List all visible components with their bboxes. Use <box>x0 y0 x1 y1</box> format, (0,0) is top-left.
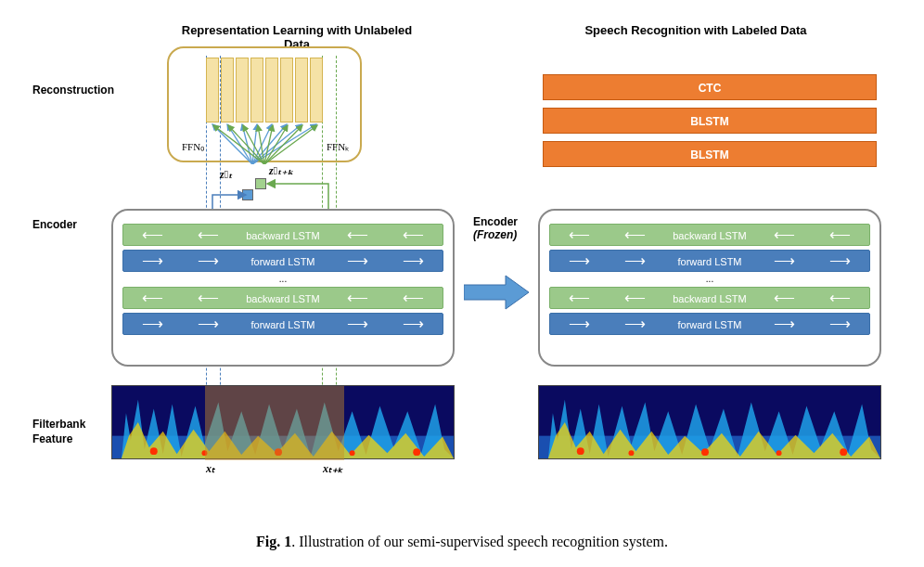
svg-point-26 <box>628 450 634 456</box>
blstm-block: BLSTM <box>543 141 877 167</box>
arrow-left-icon: ⟵ <box>403 224 424 246</box>
forward-lstm-row: ⟶ ⟶ forward LSTM ⟶ ⟶ <box>549 313 870 335</box>
arrow-left-icon: ⟵ <box>829 287 851 309</box>
backward-lstm-row: ⟵ ⟵ backward LSTM ⟵ ⟵ <box>549 224 870 246</box>
arrow-left-icon: ⟵ <box>198 224 219 246</box>
arrow-right-icon: ⟶ <box>403 313 424 335</box>
arrow-left-icon: ⟵ <box>624 224 646 246</box>
arrow-left-icon: ⟵ <box>198 287 219 309</box>
arrow-right-icon: ⟶ <box>569 250 590 272</box>
lstm-label: forward LSTM <box>677 319 741 330</box>
figure-caption: Fig. 1. Illustration of our semi-supervi… <box>0 534 924 550</box>
svg-line-2 <box>242 124 252 164</box>
lstm-label: forward LSTM <box>250 319 314 330</box>
arrow-right-icon: ⟶ <box>774 250 795 272</box>
arrow-left-icon: ⟵ <box>142 287 163 309</box>
arrow-right-icon: ⟶ <box>142 313 163 335</box>
transfer-arrow-icon <box>464 274 529 311</box>
backward-lstm-row: ⟵ ⟵ backward LSTM ⟵ ⟵ <box>122 224 443 246</box>
label-encoder: Encoder <box>32 218 77 231</box>
arrow-left-icon: ⟵ <box>774 287 795 309</box>
spectrogram-right <box>538 385 881 459</box>
ctc-block: CTC <box>543 74 877 100</box>
spectrogram-left <box>111 385 455 459</box>
arrow-right-icon: ⟶ <box>347 313 368 335</box>
hidden-blue-square <box>242 189 253 200</box>
encoder-right: ⟵ ⟵ backward LSTM ⟵ ⟵ ⟶ ⟶ forward LSTM ⟶… <box>538 209 881 367</box>
svg-point-28 <box>776 450 782 456</box>
backward-lstm-row: ⟵ ⟵ backward LSTM ⟵ ⟵ <box>122 287 443 309</box>
dots-row: ... <box>549 276 870 283</box>
z-t-label: z⃗ₜ <box>220 168 233 182</box>
svg-point-29 <box>840 448 847 456</box>
svg-line-1 <box>227 124 252 164</box>
x-t-label: xₜ <box>206 462 215 476</box>
svg-line-15 <box>264 125 317 164</box>
arrow-left-icon: ⟵ <box>347 287 368 309</box>
classifier-stack: CTC BLSTM BLSTM <box>543 74 877 174</box>
arrow-left-icon: ⟵ <box>829 224 851 246</box>
lstm-label: forward LSTM <box>250 256 314 267</box>
lstm-label: backward LSTM <box>246 230 319 241</box>
svg-point-21 <box>350 450 355 456</box>
arrow-right-icon: ⟶ <box>624 313 646 335</box>
arrow-right-icon: ⟶ <box>198 250 219 272</box>
ffn-k-label: FFNₖ <box>327 141 350 153</box>
label-frozen: (Frozen) <box>473 228 517 241</box>
arrow-right-icon: ⟶ <box>829 250 851 272</box>
diagram-container: Representation Learning with Unlabeled D… <box>0 0 924 567</box>
arrow-left-icon: ⟵ <box>347 224 368 246</box>
caption-bold: Fig. 1 <box>256 534 291 549</box>
lstm-label: backward LSTM <box>673 230 746 241</box>
lstm-label: backward LSTM <box>246 293 319 304</box>
lstm-label: forward LSTM <box>677 256 741 267</box>
title-right: Speech Recognition with Labeled Data <box>575 23 816 37</box>
arrow-left-icon: ⟵ <box>774 224 795 246</box>
z-tk-label: z⃖ₜ₊ₖ <box>269 164 293 178</box>
arrow-left-icon: ⟵ <box>142 224 163 246</box>
blstm-block: BLSTM <box>543 108 877 134</box>
lstm-label: backward LSTM <box>673 293 746 304</box>
dots-row: ... <box>122 276 443 283</box>
hidden-green-square <box>255 178 266 189</box>
arrow-right-icon: ⟶ <box>347 250 368 272</box>
forward-lstm-row: ⟶ ⟶ forward LSTM ⟶ ⟶ <box>122 250 443 272</box>
svg-point-22 <box>413 448 420 456</box>
arrow-right-icon: ⟶ <box>142 250 163 272</box>
backward-lstm-row: ⟵ ⟵ backward LSTM ⟵ ⟵ <box>549 287 870 309</box>
arrow-right-icon: ⟶ <box>829 313 851 335</box>
arrow-right-icon: ⟶ <box>403 250 424 272</box>
label-reconstruction: Reconstruction <box>32 84 114 97</box>
arrow-right-icon: ⟶ <box>774 313 795 335</box>
label-filterbank: Filterbank Feature <box>32 418 85 446</box>
svg-point-25 <box>577 447 584 455</box>
label-encoder-right: Encoder <box>473 215 518 228</box>
arrow-left-icon: ⟵ <box>403 287 424 309</box>
highlight-overlay <box>205 386 344 460</box>
forward-lstm-row: ⟶ ⟶ forward LSTM ⟶ ⟶ <box>549 250 870 272</box>
ffn-zero-label: FFN₀ <box>182 141 204 153</box>
x-tk-label: xₜ₊ₖ <box>323 462 342 476</box>
arrow-left-icon: ⟵ <box>569 224 590 246</box>
caption-text: . Illustration of our semi-supervised sp… <box>291 534 668 549</box>
svg-point-27 <box>701 448 709 456</box>
svg-point-18 <box>150 447 158 455</box>
arrow-right-icon: ⟶ <box>198 313 219 335</box>
spectrogram-svg <box>539 386 880 458</box>
arrow-right-icon: ⟶ <box>624 250 646 272</box>
arrow-left-icon: ⟵ <box>624 287 646 309</box>
arrow-right-icon: ⟶ <box>569 313 590 335</box>
arrow-left-icon: ⟵ <box>569 287 590 309</box>
encoder-left: ⟵ ⟵ backward LSTM ⟵ ⟵ ⟶ ⟶ forward LSTM ⟶… <box>111 209 455 367</box>
forward-lstm-row: ⟶ ⟶ forward LSTM ⟶ ⟶ <box>122 313 443 335</box>
reconstruction-box: FFN₀ FFNₖ <box>167 46 362 162</box>
